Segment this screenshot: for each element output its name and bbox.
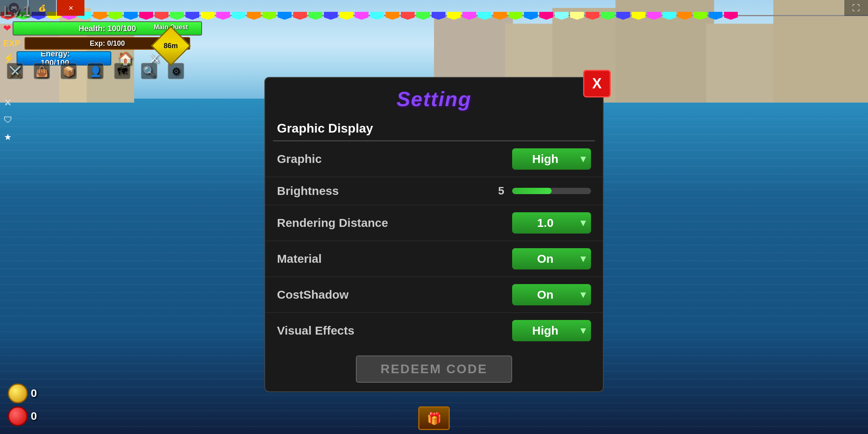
graphic-label: Graphic xyxy=(277,152,322,166)
material-dropdown[interactable]: On ▼ xyxy=(512,248,591,269)
visual-effects-dropdown[interactable]: High ▼ xyxy=(512,320,591,341)
material-value: On xyxy=(512,252,578,266)
rendering-distance-row: Rendering Distance 1.0 ▼ xyxy=(265,205,603,241)
material-row: Material On ▼ xyxy=(265,241,603,277)
brightness-row: Brightness 5 xyxy=(265,177,603,205)
graphic-value: High xyxy=(512,152,578,166)
costshadow-arrow: ▼ xyxy=(578,289,591,300)
visual-effects-value: High xyxy=(512,324,578,337)
redeem-code-button[interactable]: REDEEM CODE xyxy=(356,355,512,383)
material-control: On ▼ xyxy=(512,248,591,269)
dialog-overlay: X Setting Graphic Display Graphic High ▼… xyxy=(0,0,868,434)
brightness-slider-fill xyxy=(512,188,552,194)
costshadow-label: CostShadow xyxy=(277,288,349,301)
brightness-label: Brightness xyxy=(277,184,339,198)
rendering-distance-control: 1.0 ▼ xyxy=(512,212,591,234)
costshadow-dropdown[interactable]: On ▼ xyxy=(512,284,591,305)
visual-effects-label: Visual Effects xyxy=(277,324,354,337)
visual-effects-row: Visual Effects High ▼ xyxy=(265,313,603,348)
brightness-slider-track[interactable] xyxy=(512,188,591,194)
section-title: Graphic Display xyxy=(265,118,603,140)
graphic-control: High ▼ xyxy=(512,148,591,170)
redeem-btn-container: REDEEM CODE xyxy=(265,348,603,391)
dialog-close-button[interactable]: X xyxy=(583,70,611,97)
brightness-value: 5 xyxy=(492,185,504,197)
rendering-distance-dropdown[interactable]: 1.0 ▼ xyxy=(512,212,591,234)
rendering-distance-value: 1.0 xyxy=(512,216,578,230)
graphic-dropdown-arrow: ▼ xyxy=(578,153,591,165)
material-label: Material xyxy=(277,252,322,266)
costshadow-control: On ▼ xyxy=(512,284,591,305)
brightness-control: 5 xyxy=(492,185,591,197)
visual-effects-arrow: ▼ xyxy=(578,325,591,336)
graphic-row: Graphic High ▼ xyxy=(265,141,603,177)
costshadow-row: CostShadow On ▼ xyxy=(265,277,603,313)
costshadow-value: On xyxy=(512,288,578,301)
visual-effects-control: High ▼ xyxy=(512,320,591,341)
material-arrow: ▼ xyxy=(578,253,591,264)
graphic-dropdown[interactable]: High ▼ xyxy=(512,148,591,170)
rendering-distance-arrow: ▼ xyxy=(578,217,591,228)
dialog-title: Setting xyxy=(265,78,603,118)
rendering-distance-label: Rendering Distance xyxy=(277,216,388,230)
setting-dialog: X Setting Graphic Display Graphic High ▼… xyxy=(264,77,604,392)
